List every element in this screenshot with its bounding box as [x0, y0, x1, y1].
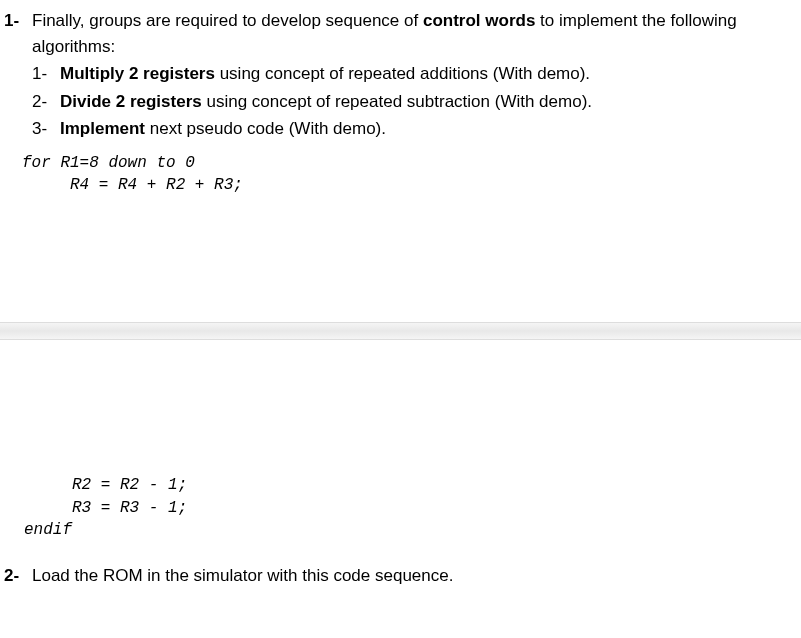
page-section-bottom: R2 = R2 - 1; R3 = R3 - 1; endif 2- Load …: [0, 468, 801, 599]
sub-item-2: 2- Divide 2 registers using concept of r…: [32, 89, 781, 115]
pseudocode-top: for R1=8 down to 0 R4 = R4 + R2 + R3;: [22, 152, 801, 197]
sub-rest: using concept of repeated additions (Wit…: [215, 64, 590, 83]
sub-rest: using concept of repeated subtraction (W…: [202, 92, 592, 111]
page-section-top: 1- Finally, groups are required to devel…: [0, 0, 801, 200]
sub-content: Implement next pseudo code (With demo).: [60, 116, 386, 142]
item-marker: 1-: [4, 8, 32, 34]
list-item-2: 2- Load the ROM in the simulator with th…: [0, 563, 801, 589]
list-item-1: 1- Finally, groups are required to devel…: [0, 8, 801, 142]
item-content: Load the ROM in the simulator with this …: [32, 563, 801, 589]
item-content: Finally, groups are required to develop …: [32, 8, 801, 142]
sub-bold: Multiply 2 registers: [60, 64, 215, 83]
sub-marker: 2-: [32, 89, 60, 115]
pseudocode-bottom: R2 = R2 - 1; R3 = R3 - 1; endif: [24, 474, 801, 541]
item-marker: 2-: [4, 563, 32, 589]
intro-text-bold: control words: [423, 11, 535, 30]
page-break-divider: [0, 322, 801, 340]
sub-bold: Divide 2 registers: [60, 92, 202, 111]
sub-bold: Implement: [60, 119, 145, 138]
sub-marker: 3-: [32, 116, 60, 142]
sub-content: Multiply 2 registers using concept of re…: [60, 61, 590, 87]
sub-rest: next pseudo code (With demo).: [145, 119, 386, 138]
sub-content: Divide 2 registers using concept of repe…: [60, 89, 592, 115]
sub-item-3: 3- Implement next pseudo code (With demo…: [32, 116, 781, 142]
intro-text-before: Finally, groups are required to develop …: [32, 11, 423, 30]
sub-marker: 1-: [32, 61, 60, 87]
sub-item-1: 1- Multiply 2 registers using concept of…: [32, 61, 781, 87]
